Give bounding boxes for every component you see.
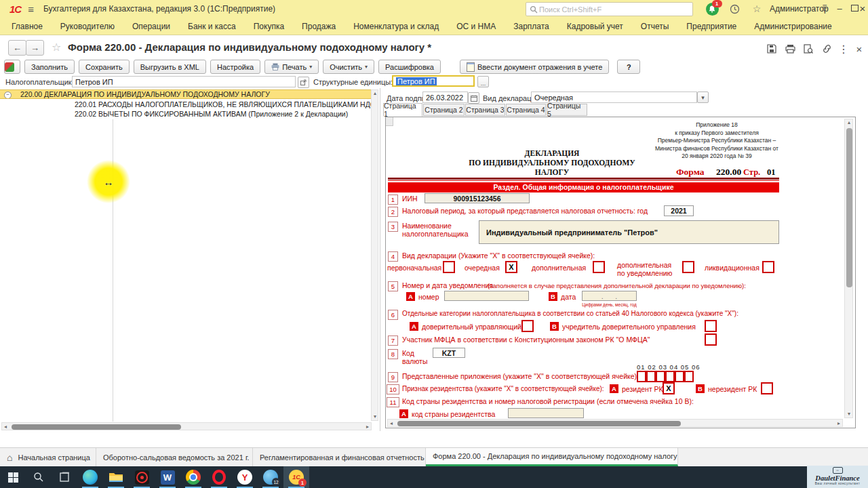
menu-reports[interactable]: Отчеты: [632, 22, 677, 31]
tree-item-220-02[interactable]: 220.02 ВЫЧЕТЫ ПО ФИКСИРОВАННЫМ АКТИВАМ (…: [0, 109, 377, 119]
edge-app-button[interactable]: [77, 466, 103, 488]
tab-page-1[interactable]: Страница 1: [383, 103, 422, 117]
menu-fixed-assets[interactable]: ОС и НМА: [448, 22, 505, 31]
search-input[interactable]: [538, 5, 676, 14]
tax-period-field[interactable]: 2021: [664, 205, 694, 216]
f6-b-checkbox[interactable]: [705, 320, 717, 332]
screen-recorder-button[interactable]: [129, 466, 155, 488]
yandex-app-button[interactable]: Y: [232, 466, 258, 488]
taxpayer-name-field[interactable]: Индивидуальный предприниматель "Петров": [479, 220, 779, 244]
scroll-up-icon[interactable]: ▴: [372, 90, 378, 97]
print-icon[interactable]: [783, 43, 797, 55]
sheet-horizontal-scrollbar[interactable]: ◂ ▸: [387, 419, 843, 427]
f7-checkbox[interactable]: [705, 333, 717, 346]
menu-main[interactable]: Главное: [3, 22, 52, 31]
history-button[interactable]: [728, 2, 741, 16]
residence-country-field[interactable]: [508, 408, 584, 418]
scrollbar-thumb[interactable]: [397, 421, 681, 426]
collapse-icon[interactable]: −: [4, 92, 12, 99]
favorite-toggle-icon[interactable]: ☆: [52, 41, 61, 54]
menu-purchase[interactable]: Покупка: [245, 22, 293, 31]
window-minimize-button[interactable]: –: [832, 1, 847, 15]
save-icon[interactable]: [764, 43, 779, 55]
f9-appendix-checkbox-06[interactable]: [684, 371, 694, 382]
declaration-kind-dropdown-button[interactable]: ▾: [697, 92, 709, 103]
menu-hr[interactable]: Кадровый учет: [558, 22, 632, 31]
tab-regulated-reporting[interactable]: Регламентированная и финансовая отчетнос…: [253, 448, 426, 466]
tab-page-5[interactable]: Страницы 5: [547, 104, 587, 116]
column-splitter[interactable]: [113, 119, 113, 422]
structural-units-more-button[interactable]: ...: [477, 76, 489, 87]
structural-units-field[interactable]: Петров ИП: [392, 75, 475, 87]
service-menu-button[interactable]: ≡▾: [818, 2, 831, 16]
f9-appendix-checkbox-02[interactable]: [646, 371, 656, 382]
export-xml-button[interactable]: Выгрузить в XML: [134, 60, 206, 74]
window-close-button[interactable]: ×: [855, 1, 868, 15]
main-menu-icon[interactable]: ≡: [28, 3, 34, 15]
f4-option-additional-checkbox[interactable]: [593, 261, 605, 273]
file-explorer-button[interactable]: [103, 466, 129, 488]
preview-icon[interactable]: [801, 43, 816, 55]
scroll-down-icon[interactable]: ▾: [372, 413, 378, 420]
start-button[interactable]: [0, 466, 26, 488]
taskbar-search-button[interactable]: [26, 466, 52, 488]
clear-button[interactable]: Очистить▾: [323, 60, 374, 74]
more-actions-icon[interactable]: ⋮: [836, 43, 851, 55]
f4-option-notice-checkbox[interactable]: [682, 261, 694, 273]
tree-item-220-00[interactable]: − 220.00 ДЕКЛАРАЦИЯ ПО ИНДИВИДУАЛЬНОМУ П…: [0, 89, 377, 99]
f4-option-initial-checkbox[interactable]: [443, 261, 455, 273]
print-button[interactable]: Печать▾: [264, 60, 319, 74]
scrollbar-thumb[interactable]: [846, 128, 852, 287]
menu-payroll[interactable]: Зарплата: [505, 22, 558, 31]
f9-appendix-checkbox-05[interactable]: [675, 371, 684, 382]
calendar-app-button[interactable]: 12: [258, 466, 283, 488]
menu-enterprise[interactable]: Предприятие: [677, 22, 745, 31]
menu-inventory[interactable]: Номенклатура и склад: [344, 22, 448, 31]
notice-number-field[interactable]: [444, 291, 529, 301]
1c-app-button[interactable]: 1С 1: [283, 466, 309, 488]
scroll-right-icon[interactable]: ▸: [835, 420, 842, 427]
form-close-icon[interactable]: ×: [852, 43, 867, 55]
word-app-button[interactable]: W: [155, 466, 180, 488]
menu-administration[interactable]: Администрирование: [745, 22, 840, 31]
tree-vertical-scrollbar[interactable]: ▴ ▾: [371, 89, 378, 421]
tab-turnover-sheet[interactable]: Оборотно-сальдовая ведомость за 2021 г.×: [96, 448, 253, 466]
taxpayer-field[interactable]: Петров ИП: [72, 76, 296, 87]
currency-code-field[interactable]: KZT: [433, 348, 465, 358]
tab-form-220[interactable]: Форма 220.00 - Декларация по индивидуаль…: [426, 448, 678, 466]
f10-resident-checkbox[interactable]: X: [663, 382, 675, 394]
scroll-right-icon[interactable]: ▸: [364, 424, 371, 430]
notice-date-field[interactable]: . .: [582, 291, 637, 301]
menu-bank-cash[interactable]: Банк и касса: [179, 22, 245, 31]
f6-a-checkbox[interactable]: [521, 320, 534, 332]
tab-page-4[interactable]: Страница 4: [506, 104, 546, 116]
enter-document-button[interactable]: Ввести документ отражения в учете: [460, 60, 609, 74]
task-view-button[interactable]: [52, 466, 77, 488]
global-search[interactable]: [526, 2, 693, 16]
help-button[interactable]: ?: [617, 60, 640, 74]
sign-date-field[interactable]: 26.03.2022: [422, 92, 468, 103]
f10-nonresident-checkbox[interactable]: [761, 382, 773, 394]
favorites-button[interactable]: ☆: [750, 2, 764, 16]
scroll-down-icon[interactable]: ▾: [846, 411, 852, 418]
opera-app-button[interactable]: [206, 466, 232, 488]
calendar-button[interactable]: [468, 92, 479, 104]
save-button[interactable]: Сохранить: [79, 60, 130, 74]
sheet-vertical-scrollbar[interactable]: ▴ ▾: [844, 119, 853, 418]
tab-home[interactable]: ⌂ Начальная страница: [0, 448, 96, 466]
chrome-app-button[interactable]: [180, 466, 206, 488]
nav-back-button[interactable]: ←: [8, 40, 26, 56]
f4-option-liquidation-checkbox[interactable]: [762, 261, 774, 273]
tab-page-3[interactable]: Страница 3: [465, 104, 505, 116]
tree-horizontal-scrollbar[interactable]: ◂ ▸: [1, 422, 372, 430]
f9-appendix-checkbox-04[interactable]: [665, 371, 675, 382]
taxpayer-open-button[interactable]: [298, 77, 309, 88]
decode-button[interactable]: Расшифровка: [378, 60, 441, 74]
scroll-up-icon[interactable]: ▴: [846, 119, 852, 126]
iin-field[interactable]: 900915123456: [425, 193, 530, 203]
scroll-left-icon[interactable]: ◂: [388, 420, 395, 427]
report-variants-button[interactable]: [4, 60, 20, 74]
tree-item-220-01[interactable]: 220.01 РАСХОДЫ НАЛОГОПЛАТЕЛЬЩИКОВ, НЕ ЯВ…: [0, 100, 377, 109]
f9-appendix-checkbox-03[interactable]: [656, 371, 665, 382]
link-icon[interactable]: [819, 43, 834, 55]
